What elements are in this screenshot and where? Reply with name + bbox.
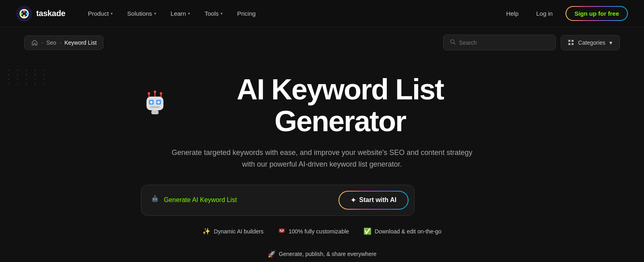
dynamic-ai-icon: ✨: [202, 227, 211, 235]
cta-box: Generate AI Keyword List ✦ Start with AI: [141, 185, 415, 216]
feature-badge-1: 100% fully customizable: [278, 227, 349, 236]
nav-item-solutions[interactable]: Solutions ▾: [121, 7, 163, 20]
hero-description: Generate targeted keywords with ease, an…: [165, 147, 479, 170]
categories-button[interactable]: Categories ▾: [561, 35, 620, 50]
svg-rect-26: [279, 229, 285, 233]
learn-chevron-icon: ▾: [188, 11, 190, 16]
search-icon: [450, 39, 456, 46]
svg-rect-20: [151, 110, 159, 114]
feature-label-0: Dynamic AI builders: [214, 228, 264, 235]
svg-point-22: [153, 198, 155, 200]
publish-icon: 🚀: [268, 250, 276, 258]
nav-item-tools[interactable]: Tools ▾: [198, 7, 229, 20]
svg-rect-29: [281, 231, 283, 232]
tools-chevron-icon: ▾: [221, 11, 223, 16]
feature-label-3: Generate, publish, & share everywhere: [279, 251, 377, 257]
svg-rect-21: [152, 197, 158, 202]
nav-item-pricing[interactable]: Pricing: [231, 7, 262, 20]
cta-bot-icon: [151, 195, 159, 205]
svg-point-2: [23, 10, 25, 12]
svg-point-11: [148, 92, 150, 95]
cta-label: Generate AI Keyword List: [164, 196, 237, 204]
categories-chevron-icon: ▾: [609, 39, 612, 46]
nav-right: Help Log in Sign up for free: [501, 6, 628, 21]
svg-point-0: [17, 6, 31, 21]
breadcrumb-keyword-list: Keyword List: [64, 39, 97, 46]
svg-line-7: [454, 43, 456, 45]
sparkle-icon: ✦: [351, 196, 356, 204]
breadcrumb-sep-2: ›: [60, 40, 61, 45]
feature-badge-3: 🚀 Generate, publish, & share everywhere: [268, 250, 377, 258]
svg-point-17: [150, 101, 153, 103]
product-chevron-icon: ▾: [111, 11, 113, 16]
help-link[interactable]: Help: [501, 7, 523, 20]
solutions-chevron-icon: ▾: [154, 11, 156, 16]
svg-point-5: [23, 15, 25, 17]
svg-point-9: [154, 91, 156, 93]
feature-label-2: Download & edit on-the-go: [375, 228, 442, 235]
breadcrumb: › Seo › Keyword List: [24, 35, 103, 50]
logo-text: taskade: [36, 9, 65, 18]
breadcrumb-seo[interactable]: Seo: [46, 39, 56, 46]
dot-pattern: [8, 70, 49, 84]
hero-heading: AI Keyword List Generator: [177, 74, 503, 137]
navbar: taskade Product ▾ Solutions ▾ Learn ▾ To…: [0, 0, 644, 27]
download-icon: ✅: [363, 227, 372, 235]
breadcrumb-sep-1: ›: [41, 40, 43, 45]
svg-point-13: [160, 92, 162, 95]
cta-left: Generate AI Keyword List: [151, 195, 237, 205]
breadcrumb-bar: › Seo › Keyword List Categories ▾: [0, 27, 644, 58]
start-ai-label: Start with AI: [359, 196, 396, 204]
hero-title: AI Keyword List Generator: [141, 74, 503, 137]
home-icon[interactable]: [31, 39, 38, 46]
svg-point-4: [20, 12, 23, 15]
main-content: AI Keyword List Generator Generate targe…: [0, 58, 644, 262]
search-box[interactable]: [443, 35, 556, 50]
svg-point-23: [155, 198, 157, 200]
feature-badges: ✨ Dynamic AI builders 100% fully customi…: [141, 227, 503, 258]
search-input[interactable]: [459, 39, 549, 46]
robot-icon: [141, 89, 169, 122]
feature-badge-2: ✅ Download & edit on-the-go: [363, 227, 442, 235]
svg-point-28: [282, 229, 283, 231]
svg-point-25: [155, 195, 156, 196]
feature-label-1: 100% fully customizable: [289, 228, 349, 235]
svg-point-3: [26, 12, 28, 15]
svg-point-18: [157, 101, 160, 103]
signup-button[interactable]: Sign up for free: [566, 6, 628, 21]
customizable-icon: [278, 227, 285, 236]
nav-item-learn[interactable]: Learn ▾: [164, 7, 196, 20]
feature-badge-0: ✨ Dynamic AI builders: [202, 227, 264, 235]
nav-items: Product ▾ Solutions ▾ Learn ▾ Tools ▾ Pr…: [81, 7, 501, 20]
breadcrumb-right: Categories ▾: [443, 35, 620, 50]
svg-rect-19: [150, 106, 160, 108]
logo-icon: [16, 6, 32, 22]
grid-icon: [568, 40, 574, 45]
categories-label: Categories: [578, 39, 605, 46]
logo-link[interactable]: taskade: [16, 6, 65, 22]
hero: AI Keyword List Generator Generate targe…: [141, 74, 503, 258]
login-button[interactable]: Log in: [531, 7, 557, 20]
start-with-ai-button[interactable]: ✦ Start with AI: [339, 191, 409, 210]
svg-point-27: [280, 229, 281, 231]
nav-item-product[interactable]: Product ▾: [81, 7, 119, 20]
